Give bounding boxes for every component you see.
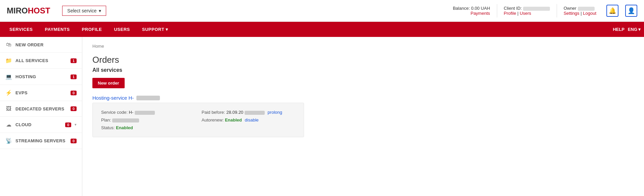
service-code-field: Service code: H-: [101, 110, 195, 115]
users-link[interactable]: Users: [520, 11, 531, 16]
owner-block: Owner Settings | Logout: [564, 6, 596, 16]
cloud-badge: 0: [65, 122, 71, 127]
owner-actions-row: Settings | Logout: [564, 11, 596, 16]
page-title: Orders: [92, 55, 634, 65]
sidebar-label-new-order: NEW ORDER: [15, 42, 77, 47]
sidebar-label-evps: EVPS: [15, 90, 67, 95]
user-profile-button[interactable]: 👤: [625, 5, 637, 17]
streaming-badge: 0: [71, 139, 77, 143]
service-code-label: Service code:: [101, 110, 128, 115]
sidebar-label-hosting: HOSTING: [15, 74, 67, 79]
sidebar-label-streaming: STREAMING SERVERS: [15, 138, 67, 143]
sidebar-item-hosting[interactable]: 💻 HOSTING 1: [0, 69, 82, 85]
all-services-icon: 📁: [5, 57, 12, 64]
hosting-badge: 1: [71, 75, 77, 79]
evps-badge: 0: [71, 91, 77, 95]
owner-label: Owner: [564, 6, 576, 11]
dedicated-icon: 🖼: [5, 106, 12, 112]
status-value: Enabled: [116, 125, 133, 130]
autorenew-field: Autorenew: Enabled disable: [202, 117, 295, 122]
logout-link[interactable]: Logout: [583, 11, 596, 16]
nav-support[interactable]: SUPPORT ▾: [136, 22, 174, 37]
profile-link[interactable]: Profile: [504, 11, 516, 16]
service-card: Service code: H- Paid before: 28.09.20 p…: [92, 103, 304, 137]
paid-before-field: Paid before: 28.09.20 prolong: [202, 110, 295, 115]
sidebar: 🛍 NEW ORDER 📁 ALL SERVICES 1 💻 HOSTING 1…: [0, 37, 82, 196]
payments-link[interactable]: Payments: [471, 11, 490, 16]
nav-services[interactable]: SERVICES: [3, 22, 39, 37]
prolong-link[interactable]: prolong: [268, 110, 282, 115]
owner-name: [578, 7, 595, 11]
client-id-row: Client ID:: [504, 6, 550, 11]
layout: 🛍 NEW ORDER 📁 ALL SERVICES 1 💻 HOSTING 1…: [0, 37, 644, 196]
select-service-label: Select service: [67, 8, 96, 13]
service-title-link[interactable]: Hosting-service H-: [92, 95, 160, 101]
status-label: Status:: [101, 125, 115, 130]
balance-label: Balance: 0.00 UAH: [453, 6, 490, 11]
client-id-label: Client ID:: [504, 6, 522, 11]
nav-services-label: SERVICES: [9, 27, 33, 32]
navbar: SERVICES PAYMENTS PROFILE USERS SUPPORT …: [0, 22, 644, 37]
nav-users[interactable]: USERS: [108, 22, 136, 37]
service-code-value: [135, 111, 155, 115]
all-services-badge: 1: [71, 58, 77, 63]
sidebar-item-cloud[interactable]: ☁ CLOUD 0 ▾: [0, 117, 82, 133]
nav-profile-label: PROFILE: [82, 27, 102, 32]
settings-link[interactable]: Settings: [564, 11, 579, 16]
cloud-icon: ☁: [5, 121, 12, 128]
breadcrumb: Home: [92, 44, 634, 49]
new-order-icon: 🛍: [5, 42, 12, 48]
service-code-prefix: H-: [129, 110, 133, 115]
divider-1: [497, 4, 497, 17]
logo-miro: MIRO: [7, 6, 28, 15]
help-link[interactable]: HELP: [613, 27, 625, 32]
sidebar-item-evps[interactable]: ⚡ EVPS 0: [0, 85, 82, 101]
nav-payments[interactable]: PAYMENTS: [39, 22, 76, 37]
user-icon: 👤: [628, 7, 635, 14]
paid-before-date: 28.09.20: [226, 110, 244, 115]
sidebar-item-dedicated-servers[interactable]: 🖼 DEDICATED SERVERS 0: [0, 101, 82, 117]
sidebar-label-dedicated: DEDICATED SERVERS: [15, 106, 67, 111]
nav-users-label: USERS: [114, 27, 130, 32]
divider-2: [557, 4, 557, 17]
nav-payments-label: PAYMENTS: [45, 27, 70, 32]
disable-link[interactable]: disable: [245, 117, 259, 122]
paid-before-label: Paid before:: [202, 110, 225, 115]
lang-chevron-icon: ▾: [638, 27, 641, 32]
autorenew-label: Autorenew:: [202, 117, 224, 122]
nav-support-label: SUPPORT: [142, 27, 164, 32]
page-subtitle: All services: [92, 67, 634, 73]
divider-pipe-1: |: [517, 11, 520, 16]
sidebar-item-new-order[interactable]: 🛍 NEW ORDER: [0, 37, 82, 53]
sidebar-item-streaming-servers[interactable]: 📡 STREAMING SERVERS 0: [0, 133, 82, 149]
plan-label: Plan:: [101, 117, 111, 122]
autorenew-value: Enabled: [225, 117, 242, 122]
status-field: Status: Enabled: [101, 125, 195, 130]
paid-before-blurred: [245, 111, 265, 115]
client-links-row: Profile | Users: [504, 11, 550, 16]
evps-icon: ⚡: [5, 90, 12, 96]
balance-block: Balance: 0.00 UAH Payments: [453, 6, 490, 16]
service-title-prefix: Hosting-service H-: [92, 95, 134, 101]
select-service-button[interactable]: Select service ▾: [62, 6, 106, 16]
hosting-icon: 💻: [5, 74, 12, 80]
dedicated-badge: 0: [71, 106, 77, 111]
service-title-blurred: [136, 96, 160, 100]
new-order-button[interactable]: New order: [92, 78, 125, 88]
navbar-right: HELP ENG ▾: [613, 27, 641, 32]
language-selector[interactable]: ENG ▾: [628, 27, 641, 32]
streaming-icon: 📡: [5, 138, 12, 144]
service-link-row: Hosting-service H-: [92, 95, 634, 103]
sidebar-item-all-services[interactable]: 📁 ALL SERVICES 1: [0, 53, 82, 69]
lang-label: ENG: [628, 27, 637, 32]
plan-field: Plan:: [101, 117, 195, 122]
logo[interactable]: MIRO HOST: [7, 6, 50, 15]
sidebar-label-cloud: CLOUD: [15, 122, 62, 127]
logo-host: HOST: [28, 6, 50, 15]
nav-profile[interactable]: PROFILE: [76, 22, 108, 37]
plan-value: [112, 118, 139, 122]
notifications-button[interactable]: 🔔: [606, 5, 618, 17]
header-right: Balance: 0.00 UAH Payments Client ID: Pr…: [453, 4, 637, 17]
cloud-expand-icon: ▾: [75, 122, 77, 127]
client-id-value: [523, 7, 550, 11]
